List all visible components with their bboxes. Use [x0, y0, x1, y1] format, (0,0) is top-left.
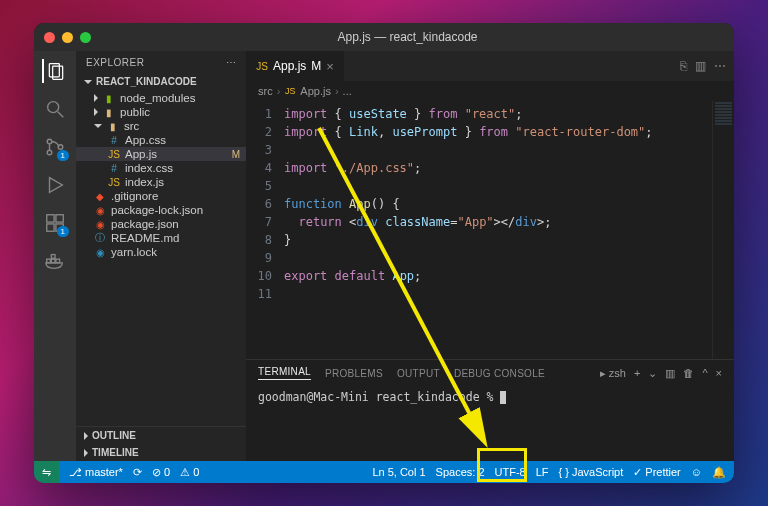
file-label: App.css: [125, 134, 166, 146]
remote-indicator[interactable]: ⇋: [34, 461, 59, 483]
extensions-badge: 1: [57, 226, 69, 237]
panel-tab-problems[interactable]: PROBLEMS: [325, 368, 383, 379]
code-editor[interactable]: 1 2 3 4 5 6 7 8 9 10 11 import { useStat…: [246, 101, 734, 359]
modified-badge: M: [232, 149, 240, 160]
more-icon[interactable]: ⋯: [714, 59, 726, 73]
svg-rect-15: [51, 255, 55, 259]
js-file-icon: JS: [108, 176, 120, 188]
timeline-section[interactable]: TIMELINE: [76, 444, 246, 461]
terminal-dropdown-icon[interactable]: ⌄: [648, 367, 657, 380]
kw: import: [284, 161, 327, 175]
close-panel-icon[interactable]: ×: [716, 367, 722, 379]
chevron-right-icon: [94, 108, 98, 116]
scm-activity-icon[interactable]: 1: [43, 135, 67, 159]
compare-icon[interactable]: ⎘: [680, 59, 687, 73]
kw: return: [298, 215, 341, 229]
tab-close-icon[interactable]: ×: [326, 59, 334, 74]
svg-rect-8: [47, 215, 54, 222]
split-editor-icon[interactable]: ▥: [695, 59, 706, 73]
search-activity-icon[interactable]: [43, 97, 67, 121]
cursor-position-status[interactable]: Ln 5, Col 1: [372, 466, 425, 478]
line-numbers: 1 2 3 4 5 6 7 8 9 10 11: [246, 101, 280, 359]
file-readme[interactable]: ⓘREADME.md: [76, 231, 246, 245]
crumb-src[interactable]: src: [258, 85, 273, 97]
warnings-status[interactable]: ⚠ 0: [180, 466, 199, 479]
git-sync-status[interactable]: ⟳: [133, 466, 142, 479]
docker-activity-icon[interactable]: [43, 249, 67, 273]
crumb-more[interactable]: ...: [343, 85, 352, 97]
folder-icon: ▮: [107, 120, 119, 132]
tab-modified-indicator: M: [311, 59, 321, 73]
extensions-activity-icon[interactable]: 1: [43, 211, 67, 235]
maximize-window-button[interactable]: [80, 32, 91, 43]
maximize-panel-icon[interactable]: ^: [702, 367, 707, 379]
css-file-icon: #: [108, 162, 120, 174]
status-bar: ⇋ ⎇master* ⟳ ⊘ 0 ⚠ 0 Ln 5, Col 1 Spaces:…: [34, 461, 734, 483]
panel-tab-debug-console[interactable]: DEBUG CONSOLE: [454, 368, 545, 379]
split-terminal-icon[interactable]: ▥: [665, 367, 675, 380]
workbench-body: 1 1 EXPLORER ⋯ REACT_KINDACODE: [34, 51, 734, 461]
sidebar-more-icon[interactable]: ⋯: [226, 57, 237, 68]
js-file-icon: JS: [284, 85, 296, 97]
code-content[interactable]: import { useState } from "react"; import…: [280, 101, 712, 359]
terminal-body[interactable]: goodman@Mac-Mini react_kindacode %: [246, 386, 734, 461]
run-activity-icon[interactable]: [43, 173, 67, 197]
yarn-file-icon: ◉: [94, 246, 106, 258]
git-branch-status[interactable]: ⎇master*: [69, 466, 123, 479]
errors-status[interactable]: ⊘ 0: [152, 466, 170, 479]
folder-icon: ▮: [103, 106, 115, 118]
chevron-down-icon: [94, 124, 102, 128]
file-gitignore[interactable]: ◆.gitignore: [76, 189, 246, 203]
language-mode-status[interactable]: { } JavaScript: [559, 466, 624, 478]
file-app-js[interactable]: JSApp.jsM: [76, 147, 246, 161]
str: "App": [457, 215, 493, 229]
panel-tab-output[interactable]: OUTPUT: [397, 368, 440, 379]
close-window-button[interactable]: [44, 32, 55, 43]
outline-section[interactable]: OUTLINE: [76, 427, 246, 444]
eol-status[interactable]: LF: [536, 466, 549, 478]
minimap[interactable]: [712, 101, 734, 359]
window-controls: [44, 32, 91, 43]
braces-icon: { }: [559, 466, 569, 478]
file-package-json[interactable]: ◉package.json: [76, 217, 246, 231]
git-file-icon: ◆: [94, 190, 106, 202]
feedback-status[interactable]: ☺: [691, 466, 702, 478]
tab-app-js[interactable]: JS App.js M ×: [246, 51, 345, 81]
line-number: 5: [246, 177, 272, 195]
breadcrumbs[interactable]: src › JS App.js › ...: [246, 81, 734, 101]
notifications-status[interactable]: 🔔: [712, 466, 726, 479]
indentation-status[interactable]: Spaces: 2: [436, 466, 485, 478]
panel-tabs: TERMINAL PROBLEMS OUTPUT DEBUG CONSOLE ▸…: [246, 360, 734, 386]
folder-public[interactable]: ▮public: [76, 105, 246, 119]
shell-name: zsh: [609, 367, 626, 379]
project-name: REACT_KINDACODE: [96, 76, 197, 87]
line-number: 11: [246, 285, 272, 303]
file-label: index.css: [125, 162, 173, 174]
svg-point-2: [48, 102, 59, 113]
new-terminal-icon[interactable]: +: [634, 367, 640, 379]
folder-node-modules[interactable]: ▮node_modules: [76, 91, 246, 105]
tab-actions: ⎘ ▥ ⋯: [672, 51, 734, 81]
file-yarn-lock[interactable]: ◉yarn.lock: [76, 245, 246, 259]
file-package-lock[interactable]: ◉package-lock.json: [76, 203, 246, 217]
panel-tab-terminal[interactable]: TERMINAL: [258, 366, 311, 380]
minimize-window-button[interactable]: [62, 32, 73, 43]
branch-icon: ⎇: [69, 466, 82, 479]
crumb-file[interactable]: App.js: [300, 85, 331, 97]
explorer-activity-icon[interactable]: [42, 59, 66, 83]
folder-src[interactable]: ▮src: [76, 119, 246, 133]
file-index-css[interactable]: #index.css: [76, 161, 246, 175]
file-index-js[interactable]: JSindex.js: [76, 175, 246, 189]
terminal-shell-picker[interactable]: ▸ zsh: [600, 367, 626, 380]
project-section-header[interactable]: REACT_KINDACODE: [76, 74, 246, 89]
line-number: 7: [246, 213, 272, 231]
sidebar-bottom: OUTLINE TIMELINE: [76, 426, 246, 461]
chevron-down-icon: [84, 80, 92, 84]
attr: className: [385, 215, 450, 229]
svg-line-3: [58, 112, 64, 118]
section-label: TIMELINE: [92, 447, 139, 458]
encoding-status[interactable]: UTF-8: [495, 466, 526, 478]
prettier-status[interactable]: ✓ Prettier: [633, 466, 680, 479]
file-app-css[interactable]: #App.css: [76, 133, 246, 147]
kill-terminal-icon[interactable]: 🗑: [683, 367, 694, 379]
